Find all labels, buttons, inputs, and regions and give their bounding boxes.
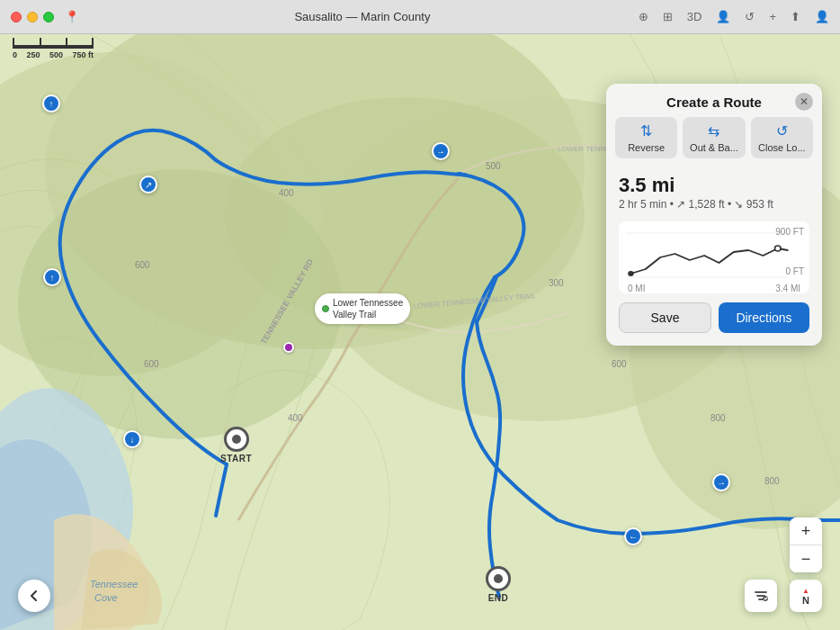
waypoint-7: ← [624,527,642,545]
close-button[interactable] [11,12,22,22]
reverse-button[interactable]: ⇅ Reverse [615,117,677,158]
window-icon: 📍 [65,10,79,23]
svg-text:800: 800 [710,413,726,423]
svg-text:400: 400 [279,188,294,198]
titlebar: 📍 Sausalito — Marin County ⊕ ⊞ 3D 👤 ↺ + … [0,0,840,34]
svg-point-21 [763,596,768,601]
three-d-btn[interactable]: 3D [687,10,702,23]
route-actions: ⇅ Reverse ⇆ Out & Ba... ↺ Close Lo... [606,117,822,167]
end-dot [494,574,503,583]
fullscreen-button[interactable] [43,12,54,22]
svg-text:600: 600 [135,260,150,270]
start-label: START [220,454,252,464]
waypoint-4: ↑ [43,268,61,286]
minimize-button[interactable] [27,12,38,22]
panel-title: Create a Route [666,94,762,110]
trail-marker [283,342,294,353]
route-meta: 2 hr 5 min • ↗ 1,528 ft • ↘ 953 ft [619,198,809,211]
map-controls: + − ▲ N [790,518,822,612]
out-back-button[interactable]: ⇆ Out & Ba... [683,117,745,158]
svg-text:600: 600 [612,359,627,369]
compass-button[interactable]: ▲ N [790,580,822,612]
waypoint-3: → [432,142,450,160]
account-btn[interactable]: 👤 [815,10,829,23]
map-container[interactable]: 600 600 400 400 500 300 600 800 800 TENN… [0,34,840,630]
svg-text:Cove: Cove [94,592,118,603]
panel-header: Create a Route ✕ [606,84,822,117]
svg-text:600: 600 [144,359,159,369]
panel-close-button[interactable]: ✕ [795,93,813,111]
directions-button[interactable]: Directions [719,302,809,333]
waypoint-5: ↓ [123,430,141,448]
svg-text:Tennessee: Tennessee [90,579,138,590]
people-btn[interactable]: 👤 [716,10,730,23]
elevation-y-labels: 900 FT 0 FT [775,227,804,276]
reverse-label: Reverse [628,142,665,153]
compass-label: N [802,595,809,606]
add-btn[interactable]: + [769,10,776,23]
start-circle [224,427,249,452]
elevation-chart: 900 FT 0 FT 0 MI 3.4 MI [619,221,809,293]
route-filter-button[interactable] [745,580,777,612]
back-button[interactable] [18,580,50,612]
elevation-max-label: 900 FT [775,227,804,237]
svg-text:800: 800 [764,476,780,486]
close-loop-button[interactable]: ↺ Close Lo... [751,117,813,158]
route-panel: Create a Route ✕ ⇅ Reverse ⇆ Out & Ba...… [606,84,822,346]
zoom-in-button[interactable]: + [790,518,822,544]
reverse-icon: ⇅ [640,122,652,140]
rotate-btn[interactable]: ↺ [745,10,755,23]
end-circle [486,566,511,591]
window-title: Sausalito — Marin County [86,10,639,23]
waypoint-1: ↑ [42,94,60,112]
end-marker: END [486,566,511,603]
out-back-label: Out & Ba... [690,142,738,153]
x-start: 0 MI [628,284,645,293]
route-stats: 3.5 mi 2 hr 5 min • ↗ 1,528 ft • ↘ 953 f… [606,167,822,214]
svg-text:500: 500 [486,161,501,171]
zoom-controls: + − [790,518,822,572]
close-loop-label: Close Lo... [758,142,806,153]
trail-label: Lower TennesseeValley Trail [315,293,410,324]
start-marker: START [220,427,252,464]
scale-bar: 0 250 500 750 ft [13,45,94,59]
toolbar-controls: ⊕ ⊞ 3D 👤 ↺ + ⬆ 👤 [639,10,829,23]
out-back-icon: ⇆ [708,122,719,140]
zoom-out-button[interactable]: − [790,545,822,572]
trail-label-text: Lower TennesseeValley Trail [333,297,403,320]
compass-north: ▲ [802,587,809,595]
route-distance: 3.5 mi [619,175,809,196]
elevation-x-labels: 0 MI 3.4 MI [626,284,802,293]
close-icon: ✕ [800,95,809,108]
trail-dot [322,305,329,312]
waypoint-6: → [712,473,730,491]
x-end: 3.4 MI [775,284,800,293]
layers-btn[interactable]: ⊞ [663,10,673,23]
panel-bottom-buttons: Save Directions [606,297,822,333]
share-btn[interactable]: ⬆ [791,10,800,23]
svg-text:400: 400 [288,413,303,423]
svg-point-25 [628,271,634,276]
end-label: END [488,593,509,603]
traffic-lights [11,12,54,22]
waypoint-2: ↗ [139,176,157,194]
save-button[interactable]: Save [619,302,711,333]
close-loop-icon: ↺ [776,122,788,140]
start-dot [232,435,241,444]
location-btn[interactable]: ⊕ [639,10,648,23]
elevation-min-label: 0 FT [775,266,804,276]
svg-text:300: 300 [549,278,564,288]
